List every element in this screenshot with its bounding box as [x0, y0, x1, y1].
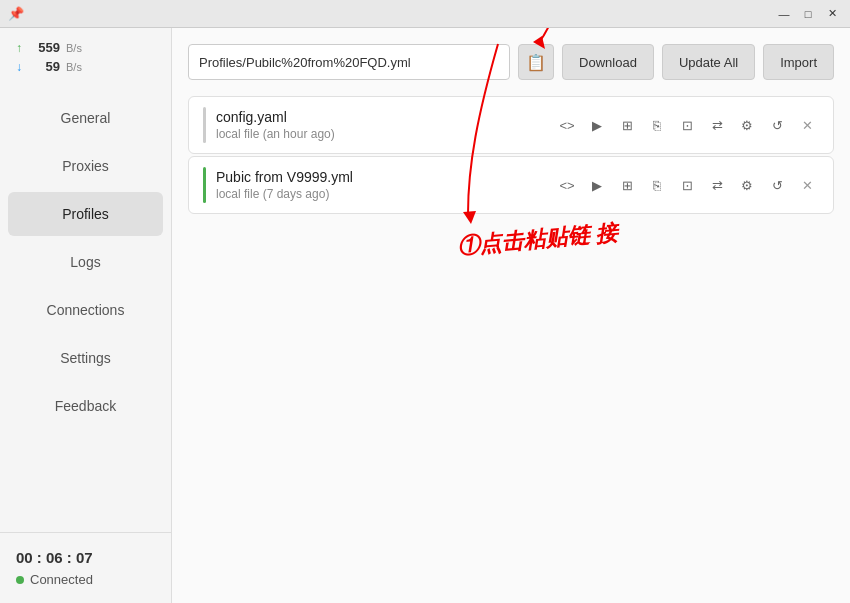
run-icon[interactable]: ▶: [585, 113, 609, 137]
profile-toolbar: 📋 Download Update All Import: [188, 44, 834, 80]
profile-accent-bar-active: [203, 167, 206, 203]
upload-stat: ↑ 559 B/s: [16, 40, 155, 55]
upload-unit: B/s: [66, 42, 82, 54]
status-dot-icon: [16, 576, 24, 584]
delete-icon[interactable]: ✕: [795, 113, 819, 137]
grid-icon[interactable]: ⊞: [615, 173, 639, 197]
sidebar-item-general[interactable]: General: [8, 96, 163, 140]
profile-item-config: config.yaml local file (an hour ago) <> …: [188, 96, 834, 154]
code-icon[interactable]: <>: [555, 173, 579, 197]
swap-icon[interactable]: ⇄: [705, 173, 729, 197]
settings-icon[interactable]: ⚙: [735, 113, 759, 137]
download-button[interactable]: Download: [562, 44, 654, 80]
download-arrow-icon: ↓: [16, 60, 22, 74]
main-content: 📋 Download Update All Import config.yaml…: [172, 28, 850, 603]
grid-icon[interactable]: ⊞: [615, 113, 639, 137]
pin-icon[interactable]: 📌: [8, 6, 24, 21]
profile-meta: local file (an hour ago): [216, 127, 335, 141]
sidebar-item-feedback[interactable]: Feedback: [8, 384, 163, 428]
profile-name: Pubic from V9999.yml: [216, 169, 353, 185]
settings-icon[interactable]: ⚙: [735, 173, 759, 197]
profile-name: config.yaml: [216, 109, 335, 125]
import-button[interactable]: Import: [763, 44, 834, 80]
annotation-area: ①点击下载配置 ①点击粘贴链 接: [188, 214, 834, 587]
close-button[interactable]: ✕: [822, 4, 842, 24]
profile-actions: <> ▶ ⊞ ⎘ ⊡ ⇄ ⚙ ↺ ✕: [555, 113, 819, 137]
upload-arrow-icon: ↑: [16, 41, 22, 55]
download-stat: ↓ 59 B/s: [16, 59, 155, 74]
paste-button[interactable]: 📋: [518, 44, 554, 80]
sidebar-item-profiles[interactable]: Profiles: [8, 192, 163, 236]
sidebar-item-connections[interactable]: Connections: [8, 288, 163, 332]
profile-item-left: config.yaml local file (an hour ago): [203, 107, 335, 143]
status-label: Connected: [30, 572, 93, 587]
sidebar: ↑ 559 B/s ↓ 59 B/s General Proxies Profi…: [0, 28, 172, 603]
sidebar-stats: ↑ 559 B/s ↓ 59 B/s: [0, 28, 171, 86]
copy-icon[interactable]: ⎘: [645, 113, 669, 137]
download-value: 59: [28, 59, 60, 74]
maximize-button[interactable]: □: [798, 4, 818, 24]
paste-icon: 📋: [526, 53, 546, 72]
sidebar-item-logs[interactable]: Logs: [8, 240, 163, 284]
annotation-svg: ①点击下载配置 ①点击粘贴链 接: [188, 28, 850, 414]
download-unit: B/s: [66, 61, 82, 73]
profile-item-left: Pubic from V9999.yml local file (7 days …: [203, 167, 353, 203]
code-icon[interactable]: <>: [555, 113, 579, 137]
minimize-button[interactable]: —: [774, 4, 794, 24]
profile-item-pubic: Pubic from V9999.yml local file (7 days …: [188, 156, 834, 214]
titlebar: 📌 — □ ✕: [0, 0, 850, 28]
delete-icon[interactable]: ✕: [795, 173, 819, 197]
profile-info: config.yaml local file (an hour ago): [216, 109, 335, 141]
run-icon[interactable]: ▶: [585, 173, 609, 197]
profile-info: Pubic from V9999.yml local file (7 days …: [216, 169, 353, 201]
convert-icon[interactable]: ⊡: [675, 173, 699, 197]
app-body: ↑ 559 B/s ↓ 59 B/s General Proxies Profi…: [0, 28, 850, 603]
sidebar-item-proxies[interactable]: Proxies: [8, 144, 163, 188]
upload-value: 559: [28, 40, 60, 55]
svg-text:①点击粘贴链 接: ①点击粘贴链 接: [456, 220, 621, 259]
refresh-icon[interactable]: ↺: [765, 173, 789, 197]
profile-accent-bar: [203, 107, 206, 143]
profile-list: config.yaml local file (an hour ago) <> …: [188, 96, 834, 214]
sidebar-footer: 00 : 06 : 07 Connected: [0, 532, 171, 603]
refresh-icon[interactable]: ↺: [765, 113, 789, 137]
swap-icon[interactable]: ⇄: [705, 113, 729, 137]
sidebar-item-settings[interactable]: Settings: [8, 336, 163, 380]
convert-icon[interactable]: ⊡: [675, 113, 699, 137]
profile-meta: local file (7 days ago): [216, 187, 353, 201]
update-all-button[interactable]: Update All: [662, 44, 755, 80]
sidebar-nav: General Proxies Profiles Logs Connection…: [0, 86, 171, 532]
timer-display: 00 : 06 : 07: [16, 549, 155, 566]
profile-actions: <> ▶ ⊞ ⎘ ⊡ ⇄ ⚙ ↺ ✕: [555, 173, 819, 197]
connection-status: Connected: [16, 572, 155, 587]
url-input[interactable]: [188, 44, 510, 80]
copy-icon[interactable]: ⎘: [645, 173, 669, 197]
